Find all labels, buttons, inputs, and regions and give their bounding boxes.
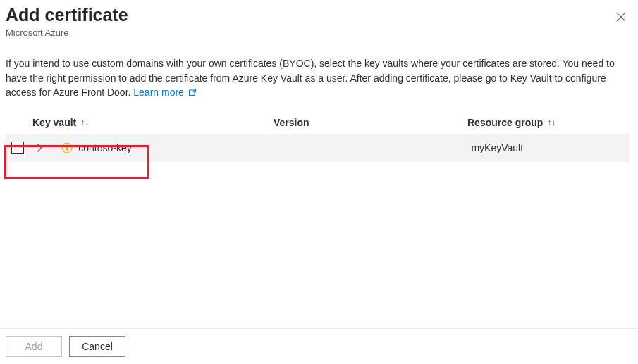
column-header-resource-group-label: Resource group <box>467 117 543 128</box>
add-button[interactable]: Add <box>6 336 62 357</box>
external-link-icon <box>188 86 197 100</box>
key-vault-icon <box>61 142 73 153</box>
sort-icon: ↑↓ <box>547 118 556 127</box>
column-header-resource-group[interactable]: Resource group ↑↓ <box>467 117 630 128</box>
sort-icon: ↑↓ <box>80 118 89 127</box>
row-checkbox[interactable] <box>11 142 24 154</box>
close-icon <box>616 12 626 22</box>
resource-group-value: myKeyVault <box>471 142 523 153</box>
column-header-version[interactable]: Version <box>274 117 467 128</box>
description-text: If you intend to use custom domains with… <box>6 56 632 100</box>
learn-more-link[interactable]: Learn more <box>133 87 196 98</box>
close-button[interactable] <box>611 7 631 27</box>
column-header-key-vault[interactable]: Key vault ↑↓ <box>32 117 274 128</box>
table-header-row: Key vault ↑↓ Version Resource group ↑↓ <box>6 111 630 134</box>
learn-more-label: Learn more <box>133 87 184 98</box>
key-vault-table: Key vault ↑↓ Version Resource group ↑↓ <box>6 111 630 162</box>
column-header-key-vault-label: Key vault <box>32 117 76 128</box>
column-header-version-label: Version <box>274 117 309 128</box>
expand-chevron-icon[interactable] <box>35 143 44 153</box>
description-body: If you intend to use custom domains with… <box>6 58 615 98</box>
panel-subtitle: Microsoft Azure <box>6 27 128 38</box>
cancel-button[interactable]: Cancel <box>69 336 125 357</box>
footer-bar: Add Cancel <box>0 328 638 364</box>
svg-line-3 <box>192 89 195 92</box>
panel-title: Add certificate <box>6 4 128 26</box>
table-row[interactable]: contoso-key myKeyVault <box>6 134 630 162</box>
key-vault-name: contoso-key <box>78 142 131 153</box>
